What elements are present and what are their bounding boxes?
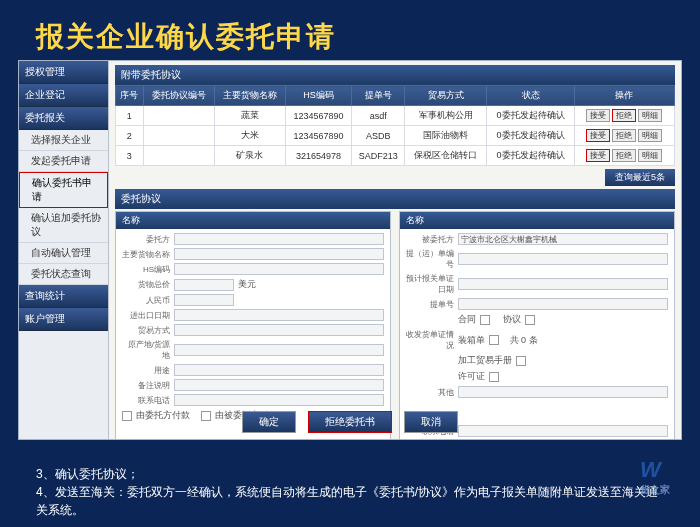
sidebar-section-register[interactable]: 企业登记 — [19, 84, 108, 107]
pay-by-consignor-checkbox[interactable] — [122, 411, 132, 421]
use-input[interactable] — [174, 364, 384, 376]
license-checkbox[interactable] — [489, 372, 499, 382]
reject-button[interactable]: 拒绝 — [612, 149, 636, 162]
sidebar-item-select-co[interactable]: 选择报关企业 — [19, 130, 108, 151]
table-row: 3矿泉水321654978SADF213保税区仓储转口0委托发起待确认 接受拒绝… — [116, 146, 675, 166]
origin-input[interactable] — [174, 344, 384, 356]
detail-button[interactable]: 明细 — [638, 149, 662, 162]
note-line-3: 3、确认委托协议； — [36, 465, 664, 483]
agent-phone-input[interactable] — [458, 425, 668, 437]
contract-checkbox[interactable] — [480, 315, 490, 325]
delegation-table: 序号 委托协议编号 主要货物名称 HS编码 提单号 贸易方式 状态 操作 1蔬菜… — [115, 85, 675, 166]
cancel-button[interactable]: 取消 — [404, 411, 458, 433]
agent-input[interactable]: 宁波市北仑区大榭鑫宇机械 — [458, 233, 668, 245]
col-no: 委托协议编号 — [143, 86, 214, 106]
table-row: 2大米1234567890ASDB国际油物料0委托发起待确认 接受拒绝明细 — [116, 126, 675, 146]
trade-input[interactable] — [174, 324, 384, 336]
sidebar-item-auto[interactable]: 自动确认管理 — [19, 243, 108, 264]
docno-input[interactable] — [458, 298, 668, 310]
col-hs: HS编码 — [285, 86, 351, 106]
sidebar-section-account[interactable]: 账户管理 — [19, 308, 108, 331]
sidebar-item-confirm-req[interactable]: 确认委托书申请 — [19, 172, 108, 208]
bl-input[interactable] — [458, 253, 668, 265]
accept-button[interactable]: 接受 — [586, 129, 610, 142]
consignor-input[interactable] — [174, 233, 384, 245]
app-window: 授权管理 企业登记 委托报关 选择报关企业 发起委托申请 确认委托书申请 确认追… — [18, 60, 682, 440]
table-row: 1蔬菜1234567890asdf军事机构公用0委托发起待确认 接受拒绝明细 — [116, 106, 675, 126]
right-panel: 名称 被委托方宁波市北仑区大榭鑫宇机械 提（运）单编号 预计报关单证日期 提单号… — [399, 211, 675, 439]
col-ops: 操作 — [574, 86, 674, 106]
sidebar-section-auth[interactable]: 授权管理 — [19, 61, 108, 84]
other-input[interactable] — [458, 386, 668, 398]
sidebar-section-delegate[interactable]: 委托报关 — [19, 107, 108, 130]
sidebar-item-confirm-add[interactable]: 确认追加委托协议 — [19, 208, 108, 243]
sidebar-item-status[interactable]: 委托状态查询 — [19, 264, 108, 285]
goods-input[interactable] — [174, 248, 384, 260]
hs-input[interactable] — [174, 263, 384, 275]
page-title: 报关企业确认委托申请 — [0, 0, 700, 68]
sidebar: 授权管理 企业登记 委托报关 选择报关企业 发起委托申请 确认委托书申请 确认追… — [19, 61, 109, 439]
col-bill: 提单号 — [352, 86, 405, 106]
reject-button[interactable]: 拒绝 — [612, 129, 636, 142]
watermark: W货之家 — [640, 457, 670, 497]
date-input[interactable] — [174, 309, 384, 321]
sidebar-item-create-req[interactable]: 发起委托申请 — [19, 151, 108, 172]
reject-delegation-button[interactable]: 拒绝委托书 — [308, 411, 392, 433]
manual-checkbox[interactable] — [516, 356, 526, 366]
agreement-checkbox[interactable] — [525, 315, 535, 325]
detail-button[interactable]: 明细 — [638, 109, 662, 122]
panels-header: 委托协议 — [115, 189, 675, 209]
note-line-4: 4、发送至海关：委托双方一经确认，系统便自动将生成的电子《委托书/协议》作为电子… — [36, 483, 664, 519]
est-date-input[interactable] — [458, 278, 668, 290]
ops-cell: 接受拒绝明细 — [574, 126, 674, 146]
slide-notes: 3、确认委托协议； 4、发送至海关：委托双方一经确认，系统便自动将生成的电子《委… — [36, 465, 664, 519]
ok-button[interactable]: 确定 — [242, 411, 296, 433]
table-header-row: 序号 委托协议编号 主要货物名称 HS编码 提单号 贸易方式 状态 操作 — [116, 86, 675, 106]
col-seq: 序号 — [116, 86, 144, 106]
right-panel-header: 名称 — [400, 212, 674, 229]
phone-input[interactable] — [174, 394, 384, 406]
pay-by-agent-checkbox[interactable] — [201, 411, 211, 421]
ops-cell: 接受拒绝明细 — [574, 146, 674, 166]
detail-button[interactable]: 明细 — [638, 129, 662, 142]
accept-button[interactable]: 接受 — [586, 109, 610, 122]
query-recent-button[interactable]: 查询最近5条 — [605, 169, 675, 186]
packing-checkbox[interactable] — [489, 335, 499, 345]
reject-button[interactable]: 拒绝 — [612, 109, 636, 122]
ops-cell: 接受拒绝明细 — [574, 106, 674, 126]
col-trade: 贸易方式 — [405, 86, 487, 106]
section-header: 附带委托协议 — [115, 65, 675, 85]
action-buttons: 确定 拒绝委托书 取消 — [242, 411, 458, 433]
accept-button[interactable]: 接受 — [586, 149, 610, 162]
remark-input[interactable] — [174, 379, 384, 391]
total-input[interactable] — [174, 279, 234, 291]
col-status: 状态 — [487, 86, 575, 106]
left-panel-header: 名称 — [116, 212, 390, 229]
left-panel: 名称 委托方 主要货物名称 HS编码 货物总价美元 人民币 进出口日期 贸易方式… — [115, 211, 391, 439]
col-goods: 主要货物名称 — [214, 86, 285, 106]
sidebar-section-query[interactable]: 查询统计 — [19, 285, 108, 308]
main-area: 附带委托协议 序号 委托协议编号 主要货物名称 HS编码 提单号 贸易方式 状态… — [109, 61, 681, 439]
rmb-input[interactable] — [174, 294, 234, 306]
